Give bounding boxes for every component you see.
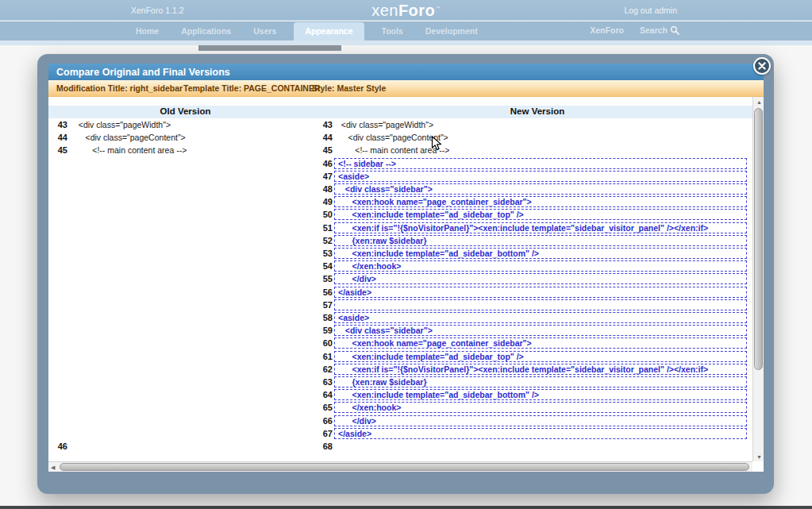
code-text: <div class="pageContent"> bbox=[71, 133, 186, 142]
search-icon bbox=[670, 25, 679, 35]
xenforo-logo: xenForo™ bbox=[0, 2, 812, 20]
line-number: 43 bbox=[322, 120, 333, 129]
line-number: 50 bbox=[322, 210, 333, 219]
line-number: 61 bbox=[322, 352, 333, 361]
code-text: </xen:hook> bbox=[334, 402, 747, 413]
code-text: <aside> bbox=[334, 171, 747, 182]
new-line-47: 47<aside> bbox=[322, 170, 747, 183]
old-version-column: 43 <div class="pageWidth">44 <div class=… bbox=[48, 118, 322, 461]
nav-tab-users[interactable]: Users bbox=[248, 22, 281, 40]
vertical-scroll-thumb[interactable] bbox=[754, 108, 763, 370]
line-number: 45 bbox=[48, 145, 67, 155]
new-line-57: 57 bbox=[322, 299, 747, 311]
scroll-down-icon[interactable]: ▼ bbox=[756, 454, 762, 460]
line-number: 43 bbox=[48, 120, 67, 129]
new-line-60: 60 <xen:hook name="page_container_sideba… bbox=[322, 337, 747, 349]
new-line-62: 62 <xen:if is="!{$noVisitorPanel}"><xen:… bbox=[322, 363, 747, 376]
line-number: 44 bbox=[48, 133, 67, 142]
old-line-44: 44 <div class="pageContent"> bbox=[48, 131, 322, 144]
nav-tabs: HomeApplicationsUsersAppearanceToolsDeve… bbox=[131, 21, 483, 40]
code-text: <xen:include template="ad_sidebar_top" /… bbox=[334, 351, 747, 362]
code-text: <!-- main content area --> bbox=[334, 145, 449, 155]
code-text: </div> bbox=[334, 415, 747, 426]
compare-modal: Compare Original and Final Versions Modi… bbox=[37, 54, 774, 494]
scroll-left-icon[interactable]: ◀ bbox=[51, 465, 55, 470]
vertical-scrollbar[interactable]: ▲ ▼ bbox=[752, 97, 764, 461]
new-line-53: 53 <xen:include template="ad_sidebar_bot… bbox=[322, 247, 747, 260]
line-number: 44 bbox=[322, 133, 333, 142]
code-text bbox=[334, 299, 747, 310]
code-text: <xen:hook name="page_container_sidebar"> bbox=[334, 337, 747, 349]
trademark-mark: ™ bbox=[435, 6, 441, 10]
code-text: <div class="pageWidth"> bbox=[71, 120, 171, 129]
close-button[interactable] bbox=[753, 57, 771, 75]
new-line-67: 67</aside> bbox=[322, 427, 747, 440]
line-number: 62 bbox=[322, 364, 333, 374]
diff-body: 43 <div class="pageWidth">44 <div class=… bbox=[48, 118, 752, 461]
version-column-headers: Old Version New Version bbox=[48, 106, 752, 118]
new-line-51: 51 <xen:if is="!{$noVisitorPanel}"><xen:… bbox=[322, 222, 747, 234]
code-text: </xen:hook> bbox=[334, 260, 747, 272]
code-text: </div> bbox=[334, 273, 747, 284]
line-number: 49 bbox=[322, 197, 333, 206]
nav-tab-development[interactable]: Development bbox=[421, 22, 483, 40]
line-number: 45 bbox=[322, 145, 333, 155]
meta-item-2: Style: Master Style bbox=[312, 83, 386, 93]
nav-tab-tools[interactable]: Tools bbox=[377, 22, 408, 40]
line-number: 65 bbox=[322, 403, 333, 412]
nav-tab-home[interactable]: Home bbox=[131, 22, 164, 40]
nav-link-xenforo[interactable]: XenForo bbox=[590, 25, 624, 35]
line-number: 53 bbox=[322, 249, 333, 258]
new-line-63: 63 {xen:raw $sidebar} bbox=[322, 376, 747, 388]
logout-link[interactable]: Log out admin bbox=[624, 6, 677, 15]
line-number: 64 bbox=[322, 390, 333, 399]
nav-search[interactable]: Search bbox=[640, 25, 679, 35]
line-number: 56 bbox=[322, 287, 333, 297]
line-number: 51 bbox=[322, 223, 333, 233]
template-meta-bar: Modification Title: right_sidebarTemplat… bbox=[48, 80, 764, 97]
new-line-44: 44 <div class="pageContent"> bbox=[322, 131, 747, 144]
diff-area: Old Version New Version 43 <div class="p… bbox=[48, 97, 764, 472]
line-number: 52 bbox=[322, 236, 333, 245]
line-number: 68 bbox=[322, 442, 333, 451]
nav-substrip bbox=[0, 40, 812, 45]
line-number: 55 bbox=[322, 274, 333, 283]
modal-title: Compare Original and Final Versions bbox=[48, 64, 764, 80]
line-number: 67 bbox=[322, 429, 333, 438]
new-line-43: 43 <div class="pageWidth"> bbox=[322, 118, 747, 131]
line-number: 46 bbox=[322, 159, 333, 168]
code-text: {xen:raw $sidebar} bbox=[334, 376, 747, 388]
nav-tab-appearance[interactable]: Appearance bbox=[294, 22, 364, 40]
search-label: Search bbox=[640, 25, 668, 35]
nav-tab-applications[interactable]: Applications bbox=[176, 22, 236, 40]
new-line-64: 64 <xen:include template="ad_sidebar_bot… bbox=[322, 388, 747, 401]
code-text: <xen:include template="ad_sidebar_bottom… bbox=[334, 248, 747, 259]
page-footer-edge bbox=[0, 506, 812, 509]
code-text: <xen:include template="ad_sidebar_top" /… bbox=[334, 209, 747, 220]
close-icon bbox=[758, 62, 766, 70]
horizontal-scroll-thumb[interactable] bbox=[60, 463, 749, 471]
new-line-49: 49 <xen:hook name="page_container_sideba… bbox=[322, 195, 747, 208]
new-line-46: 46<!-- sidebar --> bbox=[322, 157, 747, 170]
scroll-up-icon[interactable]: ▲ bbox=[756, 99, 762, 105]
line-number: 58 bbox=[322, 313, 333, 322]
line-number: 59 bbox=[322, 326, 333, 335]
admin-header: XenForo 1.1.2 xenForo™ Log out admin bbox=[0, 0, 812, 21]
line-number: 54 bbox=[322, 261, 333, 271]
code-text: <!-- sidebar --> bbox=[334, 158, 747, 169]
new-line-65: 65 </xen:hook> bbox=[322, 401, 747, 414]
new-line-50: 50 <xen:include template="ad_sidebar_top… bbox=[322, 208, 747, 221]
new-line-54: 54 </xen:hook> bbox=[322, 260, 747, 272]
line-number: 47 bbox=[322, 172, 333, 181]
code-text: <xen:if is="!{$noVisitorPanel}"><xen:inc… bbox=[334, 364, 747, 375]
new-line-61: 61 <xen:include template="ad_sidebar_top… bbox=[322, 350, 747, 363]
horizontal-scrollbar[interactable]: ◀ bbox=[48, 461, 752, 472]
code-text: <div class="sidebar"> bbox=[334, 325, 747, 336]
new-line-68: 68 bbox=[322, 440, 747, 453]
line-number: 57 bbox=[322, 300, 333, 310]
meta-item-0: Modification Title: right_sidebar bbox=[56, 83, 183, 93]
old-version-header: Old Version bbox=[48, 106, 322, 118]
code-text: <xen:include template="ad_sidebar_bottom… bbox=[334, 389, 747, 400]
code-text: <div class="pageContent"> bbox=[334, 133, 448, 142]
new-version-column: 43 <div class="pageWidth">44 <div class=… bbox=[322, 118, 747, 461]
